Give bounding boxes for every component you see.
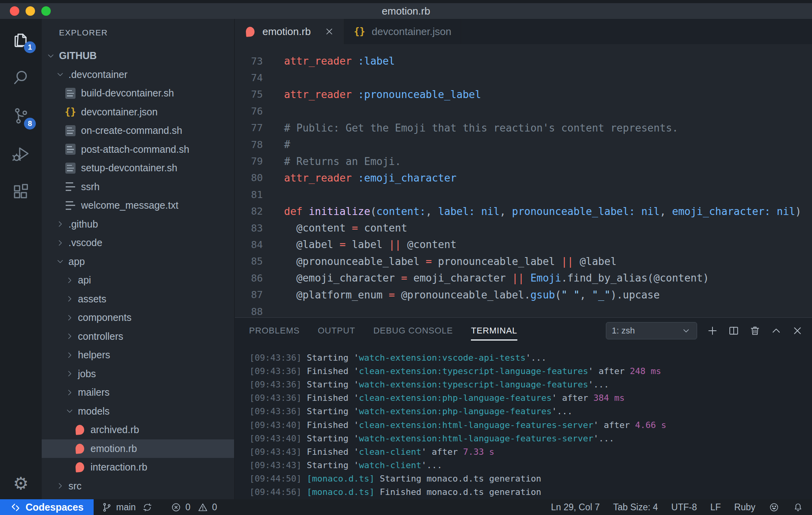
status-language-mode[interactable]: Ruby <box>734 502 755 513</box>
tree-item-label: emotion.rb <box>90 443 137 454</box>
chevron-right-icon <box>65 350 75 360</box>
maximize-panel-button[interactable] <box>770 325 782 337</box>
code-line: 88 <box>235 303 812 317</box>
explorer-header: EXPLORER <box>42 19 234 46</box>
status-tab-size-label: Tab Size: 4 <box>613 502 658 513</box>
tree-item-github[interactable]: GITHUB <box>42 46 234 65</box>
tree-item-mailers[interactable]: mailers <box>42 383 234 402</box>
title-bar: emotion.rb <box>0 0 812 19</box>
terminal-line: [09:43:36] Finished 'clean-extension:typ… <box>249 364 812 378</box>
tree-item-assets[interactable]: assets <box>42 290 234 309</box>
code-text: @pronounceable_label = pronounceable_lab… <box>284 256 616 267</box>
activity-run-and-debug-button[interactable] <box>11 144 30 163</box>
close-tab-icon[interactable] <box>324 26 334 37</box>
line-number: 78 <box>235 139 263 150</box>
tree-item-welcome-message-txt[interactable]: welcome_message.txt <box>42 196 234 215</box>
txt-file-icon <box>65 181 76 193</box>
code-line: 82def initialize(content:, label: nil, p… <box>235 203 812 220</box>
tree-item-jobs[interactable]: jobs <box>42 365 234 383</box>
tree-item-helpers[interactable]: helpers <box>42 346 234 365</box>
branch-label: main <box>116 502 136 513</box>
code-text: @label = label || @content <box>284 239 456 250</box>
bottom-panel: PROBLEMSOUTPUTDEBUG CONSOLETERMINAL 1: z… <box>235 317 812 499</box>
source-control-badge: 8 <box>24 118 36 130</box>
tree-item-label: post-attach-command.sh <box>81 144 189 155</box>
code-line: 84 @label = label || @content <box>235 236 812 253</box>
tree-item-app[interactable]: app <box>42 252 234 271</box>
tree-item-controllers[interactable]: controllers <box>42 327 234 346</box>
notifications-bell-icon[interactable] <box>793 502 803 513</box>
window-controls <box>10 3 51 19</box>
status-bar-right: Ln 29, Col 7Tab Size: 4UTF-8LFRuby <box>551 502 812 513</box>
terminal-line: [09:43:36] Starting 'watch-extension:php… <box>249 405 812 418</box>
code-line: 81 <box>235 186 812 203</box>
status-cursor-position[interactable]: Ln 29, Col 7 <box>551 502 600 513</box>
vscode-window: emotion.rb 18⚙ EXPLORER GITHUB.devcontai… <box>0 0 812 515</box>
tree-item-label: api <box>78 274 91 286</box>
activity-search-button[interactable] <box>11 68 30 87</box>
feedback-smiley-icon[interactable] <box>769 502 779 513</box>
tree-item-components[interactable]: components <box>42 308 234 327</box>
tree-item-archived-rb[interactable]: archived.rb <box>42 421 234 439</box>
chevron-down-icon <box>46 51 56 61</box>
split-terminal-button[interactable] <box>728 325 740 337</box>
activity-source-control-button[interactable]: 8 <box>11 106 30 125</box>
tree-item-post-attach-command-sh[interactable]: post-attach-command.sh <box>42 140 234 159</box>
tree-item-on-create-command-sh[interactable]: on-create-command.sh <box>42 121 234 140</box>
tree-item-interaction-rb[interactable]: interaction.rb <box>42 458 234 477</box>
panel-tab-output[interactable]: OUTPUT <box>318 318 355 344</box>
tree-item-label: setup-devcontainer.sh <box>81 162 177 174</box>
panel-tab-debug-console[interactable]: DEBUG CONSOLE <box>373 318 453 344</box>
tree-item-emotion-rb[interactable]: emotion.rb <box>42 439 234 458</box>
close-panel-button[interactable] <box>792 325 803 337</box>
line-number: 76 <box>235 106 263 117</box>
zoom-window-button[interactable] <box>41 6 51 16</box>
activity-extensions-button[interactable] <box>11 183 30 202</box>
tree-item--github[interactable]: .github <box>42 215 234 234</box>
problems-status[interactable]: 0 0 <box>171 502 217 513</box>
tab-label: devcontainer.json <box>372 26 451 38</box>
tree-item-label: models <box>78 406 110 417</box>
errors-icon <box>171 502 181 513</box>
tree-item--vscode[interactable]: .vscode <box>42 233 234 252</box>
line-number: 77 <box>235 122 263 133</box>
status-encoding[interactable]: UTF-8 <box>671 502 697 513</box>
panel-tab-problems[interactable]: PROBLEMS <box>249 318 300 344</box>
code-line: 86 @emoji_character = emoji_character ||… <box>235 270 812 286</box>
panel-actions: 1: zsh <box>606 318 803 344</box>
tree-item-setup-devcontainer-sh[interactable]: setup-devcontainer.sh <box>42 159 234 178</box>
tree-item-build-devcontainer-sh[interactable]: build-devcontainer.sh <box>42 84 234 103</box>
line-number: 74 <box>235 72 263 83</box>
tree-item-devcontainer-json[interactable]: {}devcontainer.json <box>42 103 234 122</box>
editor-tab-devcontainer-json[interactable]: {}devcontainer.json <box>344 19 461 44</box>
line-number: 85 <box>235 256 263 267</box>
ruby-file-icon <box>244 26 256 37</box>
activity-explorer-button[interactable]: 1 <box>11 30 30 49</box>
chevron-down-icon <box>65 406 75 416</box>
tree-item-ssrh[interactable]: ssrh <box>42 178 234 196</box>
editor-tab-emotion-rb[interactable]: emotion.rb <box>235 19 344 44</box>
tree-item-label: .vscode <box>68 237 102 248</box>
status-eol[interactable]: LF <box>710 502 721 513</box>
remote-indicator[interactable]: Codespaces <box>0 499 94 515</box>
status-tab-size[interactable]: Tab Size: 4 <box>613 502 658 513</box>
minimize-window-button[interactable] <box>26 6 35 16</box>
new-terminal-button[interactable] <box>707 325 718 337</box>
tree-item-api[interactable]: api <box>42 271 234 290</box>
code-text: # Returns an Emoji. <box>284 156 401 167</box>
chevron-down-icon <box>55 69 65 80</box>
kill-terminal-button[interactable] <box>749 325 761 337</box>
branch-status[interactable]: main <box>102 502 153 513</box>
tree-item-models[interactable]: models <box>42 402 234 421</box>
tree-item--devcontainer[interactable]: .devcontainer <box>42 65 234 84</box>
code-line: 78# <box>235 136 812 153</box>
chevron-right-icon <box>65 369 75 379</box>
panel-tab-terminal[interactable]: TERMINAL <box>471 318 517 344</box>
settings-gear-icon[interactable]: ⚙ <box>0 475 42 492</box>
terminal-output[interactable]: [09:43:36] Starting 'watch-extension:vsc… <box>235 344 812 499</box>
code-text: attr_reader :emoji_character <box>284 172 456 184</box>
tree-item-src[interactable]: src <box>42 477 234 496</box>
close-window-button[interactable] <box>10 6 19 16</box>
terminal-selector-dropdown[interactable]: 1: zsh <box>606 322 697 339</box>
code-editor[interactable]: 73attr_reader :label7475attr_reader :pro… <box>235 44 812 317</box>
